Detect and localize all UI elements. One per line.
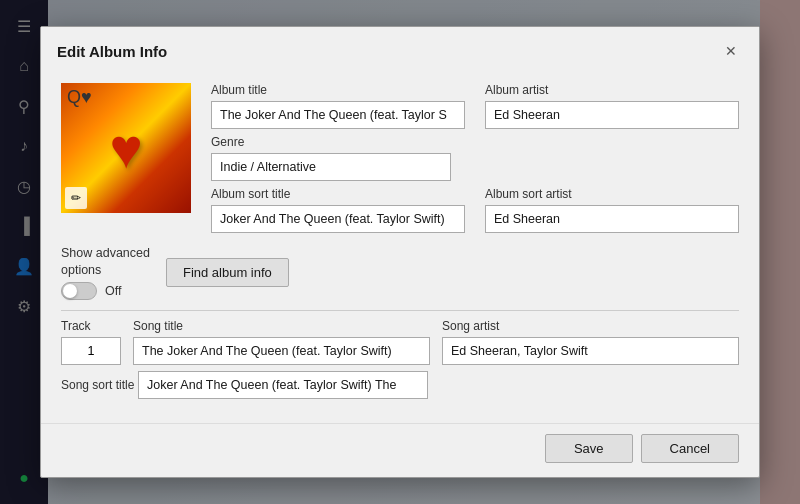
album-section: ♥ Q♥ ✏ Album title A	[61, 83, 739, 233]
dialog-titlebar: Edit Album Info ✕	[41, 27, 759, 71]
song-artist-label: Song artist	[442, 319, 739, 333]
album-sort-artist-group: Album sort artist	[485, 187, 739, 233]
genre-label: Genre	[211, 135, 451, 149]
song-title-input[interactable]	[133, 337, 430, 365]
divider	[61, 310, 739, 311]
album-artist-label: Album artist	[485, 83, 739, 97]
modal-overlay: Edit Album Info ✕ ♥ Q♥ ✏	[0, 0, 800, 504]
track-input[interactable]	[61, 337, 121, 365]
fields-row-2: Genre	[211, 135, 739, 181]
close-button[interactable]: ✕	[719, 39, 743, 63]
album-artist-group: Album artist	[485, 83, 739, 129]
album-artist-input[interactable]	[485, 101, 739, 129]
song-sort-title-input[interactable]	[138, 371, 428, 399]
dialog-footer: Save Cancel	[41, 423, 759, 477]
album-art-container: ♥ Q♥ ✏	[61, 83, 191, 213]
advanced-toggle[interactable]	[61, 282, 97, 300]
song-artist-input[interactable]	[442, 337, 739, 365]
find-album-button[interactable]: Find album info	[166, 258, 289, 287]
genre-input[interactable]	[211, 153, 451, 181]
toggle-row: Off	[61, 282, 150, 300]
advanced-label-line1: Show advanced	[61, 245, 150, 261]
genre-group: Genre	[211, 135, 451, 181]
fields-grid: Album title Album artist Genre	[211, 83, 739, 233]
fields-row-1: Album title Album artist	[211, 83, 739, 129]
album-sort-title-input[interactable]	[211, 205, 465, 233]
edit-album-dialog: Edit Album Info ✕ ♥ Q♥ ✏	[40, 26, 760, 478]
toggle-off-label: Off	[105, 284, 121, 298]
song-artist-group: Song artist	[442, 319, 739, 365]
dialog-content: ♥ Q♥ ✏ Album title A	[41, 71, 759, 415]
advanced-label-line2: options	[61, 262, 150, 278]
card-center-symbol: ♥	[109, 116, 142, 181]
dialog-title: Edit Album Info	[57, 43, 167, 60]
card-top-symbol: Q♥	[67, 87, 92, 108]
song-sort-title-label: Song sort title	[61, 378, 134, 392]
track-number-group: Track	[61, 319, 121, 365]
album-sort-artist-label: Album sort artist	[485, 187, 739, 201]
song-sort-title-row: Song sort title	[61, 371, 739, 399]
album-title-group: Album title	[211, 83, 465, 129]
advanced-label-group: Show advanced options Off	[61, 245, 150, 300]
album-sort-title-group: Album sort title	[211, 187, 465, 233]
album-title-input[interactable]	[211, 101, 465, 129]
toggle-thumb	[63, 284, 77, 298]
album-sort-artist-input[interactable]	[485, 205, 739, 233]
advanced-options-row: Show advanced options Off Find album inf…	[61, 245, 739, 300]
track-label: Track	[61, 319, 121, 333]
album-title-label: Album title	[211, 83, 465, 97]
edit-art-icon[interactable]: ✏	[65, 187, 87, 209]
song-title-group: Song title	[133, 319, 430, 365]
track-song-row: Track Song title Song artist	[61, 319, 739, 365]
fields-row-3: Album sort title Album sort artist	[211, 187, 739, 233]
song-title-label: Song title	[133, 319, 430, 333]
album-sort-title-label: Album sort title	[211, 187, 465, 201]
cancel-button[interactable]: Cancel	[641, 434, 739, 463]
save-button[interactable]: Save	[545, 434, 633, 463]
